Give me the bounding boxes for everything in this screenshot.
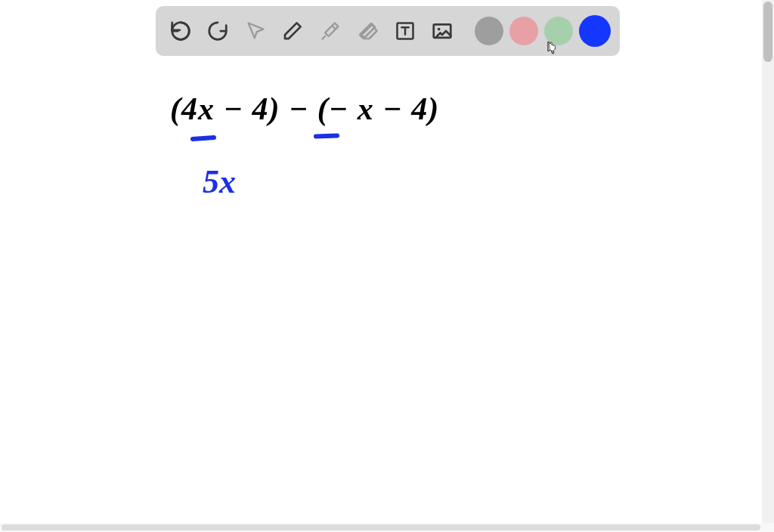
vertical-scrollbar[interactable] (762, 0, 774, 532)
undo-button[interactable] (165, 15, 197, 47)
pointer-tool-button[interactable] (240, 15, 271, 47)
eraser-tool-button[interactable] (352, 15, 384, 47)
toolbar (156, 6, 620, 56)
tools-button[interactable] (314, 15, 346, 47)
horizontal-scrollbar-thumb[interactable] (2, 524, 760, 530)
eraser-icon (356, 20, 379, 42)
drawing-canvas[interactable]: (4x − 4) − (− x − 4) 5x (0, 60, 762, 523)
text-tool-button[interactable] (389, 15, 421, 47)
color-swatch-pink[interactable] (509, 17, 538, 45)
vertical-scrollbar-thumb[interactable] (763, 2, 772, 62)
redo-button[interactable] (203, 15, 234, 47)
horizontal-scrollbar[interactable] (0, 523, 774, 532)
color-swatch-green[interactable] (544, 17, 573, 45)
handwriting-underline-4x (190, 135, 216, 141)
handwriting-underline-minus-x (314, 133, 339, 138)
color-swatch-blue[interactable] (579, 15, 611, 47)
text-icon (395, 20, 416, 42)
handwriting-result: 5x (203, 162, 236, 201)
whiteboard-viewport: (4x − 4) − (− x − 4) 5x (0, 0, 774, 532)
pencil-icon (281, 20, 304, 42)
image-tool-button[interactable] (427, 15, 459, 47)
image-icon (431, 20, 454, 42)
redo-icon (206, 20, 229, 42)
handwriting-expression: (4x − 4) − (− x − 4) (170, 91, 439, 127)
pointer-icon (245, 20, 266, 42)
color-swatch-gray[interactable] (475, 17, 503, 45)
pen-tool-button[interactable] (277, 15, 309, 47)
svg-point-2 (438, 28, 441, 31)
undo-icon (169, 20, 192, 42)
tools-icon (320, 20, 341, 42)
